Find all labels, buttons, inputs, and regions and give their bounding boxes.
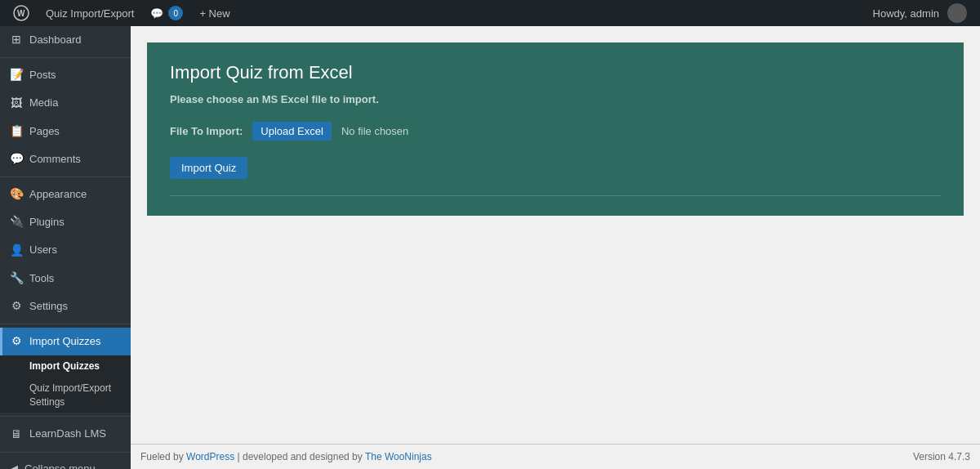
sidebar-item-appearance-label: Appearance <box>29 187 121 202</box>
sidebar-item-users[interactable]: 👤 Users <box>0 236 131 264</box>
sidebar-item-appearance[interactable]: 🎨 Appearance <box>0 181 131 208</box>
sidebar-item-tools[interactable]: 🔧 Tools <box>0 265 131 293</box>
submenu-item-quiz-settings[interactable]: Quiz Import/Export Settings <box>0 377 131 413</box>
sidebar-item-media[interactable]: 🖼 Media <box>0 89 131 117</box>
new-content-label: + New <box>199 7 229 20</box>
sidebar-item-pages[interactable]: 📋 Pages <box>0 118 131 145</box>
import-quiz-button[interactable]: Import Quiz <box>170 157 247 179</box>
sidebar-item-label: Media <box>29 96 121 110</box>
footer-version: Version 4.7.3 <box>913 451 970 462</box>
sidebar-item-comments[interactable]: 💬 Comments <box>0 145 131 173</box>
site-name: Quiz Import/Export <box>46 7 134 20</box>
menu-divider-3 <box>0 324 131 324</box>
dashboard-icon: ⊞ <box>10 34 23 47</box>
howdy-user[interactable]: Howdy, admin <box>866 0 973 26</box>
sidebar-item-label: Posts <box>29 68 121 83</box>
sidebar-item-label: Comments <box>29 152 121 167</box>
media-icon: 🖼 <box>10 96 23 109</box>
submenu-label: Import Quizzes <box>29 360 100 372</box>
sidebar-item-label: LearnDash LMS <box>29 427 121 441</box>
footer-left: Fueled by WordPress | developed and desi… <box>140 451 432 462</box>
sidebar-item-label: Tools <box>29 271 121 286</box>
file-import-row: File To Import: Upload Excel No file cho… <box>170 122 941 141</box>
comments-icon: 💬 <box>10 153 23 166</box>
wordpress-link[interactable]: WordPress <box>186 451 234 462</box>
wp-logo-link[interactable]: W <box>7 0 36 26</box>
svg-text:W: W <box>17 9 25 18</box>
appearance-icon: 🎨 <box>10 188 23 201</box>
file-label: File To Import: <box>170 125 243 137</box>
import-box: Import Quiz from Excel Please choose an … <box>147 42 964 216</box>
sidebar-item-label: Pages <box>29 124 121 139</box>
no-file-text: No file chosen <box>341 125 408 137</box>
sidebar-item-import-quizzes[interactable]: ⚙ Import Quizzes <box>0 328 131 355</box>
admin-bar: W Quiz Import/Export 💬 0 + New Howdy, ad… <box>0 0 980 26</box>
page-title: Import Quiz from Excel <box>170 62 941 83</box>
sidebar-item-label: Users <box>29 243 121 257</box>
sidebar-item-posts[interactable]: 📝 Posts <box>0 61 131 89</box>
howdy-text: Howdy, admin <box>873 7 939 20</box>
footer: Fueled by WordPress | developed and desi… <box>131 444 980 469</box>
wp-wrapper: ⊞ Dashboard 📝 Posts 🖼 Media 📋 Pages 💬 Co… <box>0 26 980 469</box>
footer-fueled: Fueled by <box>140 451 186 462</box>
menu-divider-5 <box>0 452 131 453</box>
main-content: Import Quiz from Excel Please choose an … <box>131 26 980 469</box>
users-icon: 👤 <box>10 243 23 257</box>
collapse-label: Collapse menu <box>24 462 96 469</box>
collapse-icon: ◀ <box>10 462 18 469</box>
sidebar-item-dashboard[interactable]: ⊞ Dashboard <box>0 26 131 54</box>
wp-logo-icon: W <box>13 5 29 21</box>
menu-divider-4 <box>0 416 131 417</box>
site-name-link[interactable]: Quiz Import/Export <box>39 0 140 26</box>
submenu-label: Quiz Import/Export Settings <box>29 382 111 408</box>
comments-link[interactable]: 💬 0 <box>144 0 189 26</box>
menu-divider-1 <box>0 57 131 58</box>
settings-icon: ⚙ <box>10 300 23 313</box>
import-quizzes-icon: ⚙ <box>10 335 23 348</box>
admin-menu: ⊞ Dashboard 📝 Posts 🖼 Media 📋 Pages 💬 Co… <box>0 26 131 469</box>
upload-excel-button[interactable]: Upload Excel <box>252 122 332 141</box>
tools-icon: 🔧 <box>10 272 23 285</box>
collapse-menu-button[interactable]: ◀ Collapse menu <box>0 456 131 469</box>
posts-icon: 📝 <box>10 69 23 82</box>
comment-bubble-icon: 💬 <box>150 7 163 20</box>
sidebar-item-label: Settings <box>29 299 121 314</box>
plugins-icon: 🔌 <box>10 216 23 229</box>
menu-divider-2 <box>0 176 131 177</box>
content-divider <box>170 195 941 196</box>
sidebar-item-learndash[interactable]: 🖥 LearnDash LMS <box>0 420 131 448</box>
wooninjas-link[interactable]: The WooNinjas <box>365 451 432 462</box>
new-content-link[interactable]: + New <box>193 0 236 26</box>
user-avatar <box>947 3 967 23</box>
sidebar-item-settings[interactable]: ⚙ Settings <box>0 293 131 320</box>
import-quizzes-submenu: Import Quizzes Quiz Import/Export Settin… <box>0 355 131 413</box>
pages-icon: 📋 <box>10 125 23 138</box>
subtitle: Please choose an MS Excel file to import… <box>170 93 941 105</box>
sidebar-item-label: Plugins <box>29 215 121 230</box>
comments-count: 0 <box>168 6 183 20</box>
submenu-item-import-quizzes[interactable]: Import Quizzes <box>0 355 131 377</box>
sidebar-item-label: Import Quizzes <box>29 334 121 349</box>
learndash-icon: 🖥 <box>10 428 23 441</box>
footer-middle: | developed and designed by <box>238 451 365 462</box>
sidebar-item-plugins[interactable]: 🔌 Plugins <box>0 208 131 236</box>
sidebar-item-label: Dashboard <box>29 33 121 47</box>
